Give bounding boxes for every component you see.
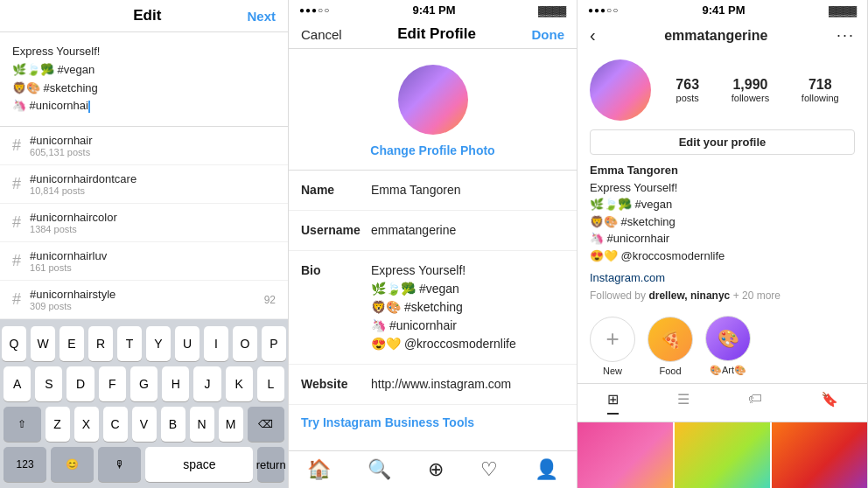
key-emoji[interactable]: 😊: [51, 447, 94, 482]
following-count[interactable]: 718 following: [802, 77, 839, 103]
display-name: Emma Tangoren: [590, 164, 678, 177]
website-link[interactable]: Instagram.com: [578, 271, 867, 289]
profile-bio: Emma Tangoren Express Yourself!🌿🍃🥦 #vega…: [578, 162, 867, 271]
suggestion-tag: #unicornhairdontcare: [30, 172, 136, 185]
nav-profile-icon[interactable]: 👤: [535, 458, 558, 481]
keyboard-row-1: Q W E R T Y U I O P: [4, 326, 284, 361]
bio-field[interactable]: Bio Express Yourself!🌿🍃🥦 #vegan🦁🎨 #sketc…: [289, 251, 577, 365]
nav-add-icon[interactable]: ⊕: [428, 458, 444, 481]
photo-2[interactable]: [675, 422, 770, 488]
key-j[interactable]: J: [193, 366, 220, 401]
key-f[interactable]: F: [99, 366, 126, 401]
key-space[interactable]: space: [145, 447, 253, 482]
key-q[interactable]: Q: [2, 326, 26, 361]
more-options-icon[interactable]: ···: [836, 26, 855, 45]
business-tools-link[interactable]: Try Instagram Business Tools: [289, 405, 577, 440]
done-button[interactable]: Done: [532, 27, 565, 42]
edit-profile-button[interactable]: Edit your profile: [590, 129, 855, 155]
back-button[interactable]: ‹: [590, 25, 596, 45]
key-b[interactable]: B: [161, 407, 186, 442]
key-d[interactable]: D: [66, 366, 94, 401]
name-field[interactable]: Name Emma Tangoren: [289, 171, 577, 211]
key-i[interactable]: I: [204, 326, 228, 361]
key-shift[interactable]: ⇧: [4, 407, 41, 442]
key-backspace[interactable]: ⌫: [248, 407, 285, 442]
highlight-art[interactable]: 🎨 🎨Art🎨: [705, 316, 751, 376]
key-mic[interactable]: 🎙: [98, 447, 141, 482]
suggestion-count: 10,814 posts: [30, 185, 136, 196]
followers-label: followers: [732, 93, 769, 103]
next-button[interactable]: Next: [247, 9, 276, 24]
highlight-new[interactable]: + New: [590, 317, 635, 376]
website-label: Website: [301, 375, 371, 391]
hashtag-suggestions: # #unicornhair605,131 posts # #unicornha…: [0, 127, 288, 319]
key-z[interactable]: Z: [46, 407, 70, 442]
private-info-heading: Private Information: [289, 440, 577, 450]
avatar: [590, 59, 651, 121]
key-w[interactable]: W: [31, 326, 55, 361]
key-u[interactable]: U: [175, 326, 200, 361]
battery-icon: ▓▓▓▓: [829, 5, 857, 16]
suggestion-item[interactable]: # #unicornhairstyle309 posts 92: [0, 281, 288, 319]
profile-username: emmatangerine: [664, 28, 767, 44]
suggestion-count: 309 posts: [30, 301, 116, 311]
username-field[interactable]: Username emmatangerine: [289, 211, 577, 251]
key-m[interactable]: M: [219, 407, 243, 442]
key-h[interactable]: H: [162, 366, 189, 401]
avatar[interactable]: [398, 65, 468, 135]
bio-line-4: 🦄 #unicornhai: [12, 97, 276, 115]
key-p[interactable]: P: [262, 326, 286, 361]
key-n[interactable]: N: [190, 407, 214, 442]
photo-1[interactable]: [578, 422, 673, 488]
followers-count[interactable]: 1,990 followers: [732, 77, 769, 103]
nav-search-icon[interactable]: 🔍: [368, 458, 391, 481]
key-e[interactable]: E: [60, 326, 84, 361]
key-123[interactable]: 123: [4, 447, 46, 482]
photo-3[interactable]: [772, 422, 867, 488]
clock: 9:41 PM: [412, 3, 455, 17]
suggestion-item[interactable]: # #unicornhairluv161 posts: [0, 242, 288, 281]
key-l[interactable]: L: [257, 366, 284, 401]
follower-names: drellew, ninanyc: [648, 289, 730, 302]
signal-icon: ●●●○○: [299, 5, 330, 15]
suggestion-item[interactable]: # #unicornhairdontcare10,814 posts: [0, 165, 288, 204]
keyboard-row-4: 123 😊 🎙 space return: [4, 447, 284, 482]
key-x[interactable]: X: [74, 407, 99, 442]
nav-heart-icon[interactable]: ♡: [480, 458, 498, 481]
bio-input[interactable]: Express Yourself! 🌿🍃🥦 #vegan 🦁🎨 #sketchi…: [0, 32, 288, 127]
hash-icon: #: [12, 136, 21, 155]
cancel-button[interactable]: Cancel: [301, 27, 342, 42]
change-photo-button[interactable]: Change Profile Photo: [370, 143, 494, 157]
key-g[interactable]: G: [130, 366, 158, 401]
key-y[interactable]: Y: [146, 326, 171, 361]
food-highlight-circle: 🍕: [648, 317, 693, 362]
hash-icon: #: [12, 252, 21, 270]
tab-saved[interactable]: 🔖: [821, 391, 838, 415]
avatar-image: [398, 65, 468, 135]
website-field[interactable]: Website http://www.instagram.com: [289, 365, 577, 405]
tab-tagged[interactable]: 🏷: [748, 391, 762, 415]
key-c[interactable]: C: [103, 407, 128, 442]
highlight-label: Food: [659, 366, 681, 376]
bio-line-2: 🌿🍃🥦 #vegan: [12, 61, 276, 80]
key-o[interactable]: O: [233, 326, 257, 361]
tab-grid[interactable]: ⊞: [607, 391, 619, 415]
followed-by: Followed by drellew, ninanyc + 20 more: [578, 289, 867, 309]
key-k[interactable]: K: [226, 366, 253, 401]
nav-home-icon[interactable]: 🏠: [307, 458, 331, 481]
key-v[interactable]: V: [132, 407, 157, 442]
key-t[interactable]: T: [117, 326, 142, 361]
key-return[interactable]: return: [257, 447, 284, 482]
key-a[interactable]: A: [4, 366, 31, 401]
keyboard-row-2: A S D F G H J K L: [4, 366, 284, 401]
highlight-food[interactable]: 🍕 Food: [648, 317, 693, 376]
tab-list[interactable]: ☰: [677, 391, 690, 415]
bio-text: Express Yourself!🌿🍃🥦 #vegan🦁🎨 #sketching…: [590, 181, 724, 262]
following-number: 718: [808, 77, 832, 93]
suggestion-tag: #unicornhairluv: [30, 249, 107, 262]
suggestion-item[interactable]: # #unicornhaircolor1384 posts: [0, 204, 288, 242]
key-r[interactable]: R: [88, 326, 113, 361]
edit-profile-header: Cancel Edit Profile Done: [289, 20, 577, 49]
key-s[interactable]: S: [35, 366, 62, 401]
suggestion-item[interactable]: # #unicornhair605,131 posts: [0, 127, 288, 165]
